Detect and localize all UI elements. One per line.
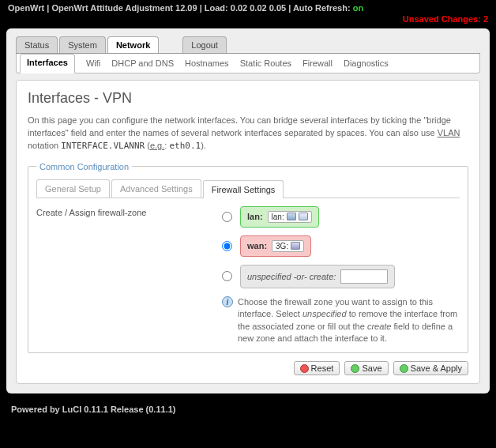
fieldset-legend: Common Configuration <box>36 162 132 171</box>
tab-logout[interactable]: Logout <box>182 36 227 53</box>
save-icon <box>351 364 359 373</box>
info-icon: i <box>222 296 233 307</box>
innertab-general[interactable]: General Setup <box>36 179 110 198</box>
iface-chip-3g: 3G: <box>272 240 304 252</box>
tab-status[interactable]: Status <box>16 36 58 53</box>
option-hint: i Choose the firewall zone you want to a… <box>222 296 460 345</box>
reset-button[interactable]: Reset <box>294 361 340 375</box>
tab-system[interactable]: System <box>59 36 106 53</box>
iface-chip-lan: lan: <box>268 211 312 223</box>
save-button[interactable]: Save <box>344 361 388 375</box>
apply-icon <box>400 364 408 373</box>
page-title: Interfaces - VPN <box>28 90 468 107</box>
main-tablist: Status System Network Logout <box>16 36 480 54</box>
zone-radio-unspec[interactable] <box>222 271 232 281</box>
subtab-hostnames[interactable]: Hostnames <box>185 58 229 68</box>
zone-name-wan: wan: <box>247 241 267 250</box>
zone-box-wan[interactable]: wan: 3G: <box>240 235 311 257</box>
zone-row-unspec: unspecified -or- create: <box>222 265 460 288</box>
modem-icon <box>291 242 300 250</box>
option-body: lan: lan: wan: 3G: unspecified -or- crea… <box>222 206 460 345</box>
inner-tablist: General Setup Advanced Settings Firewall… <box>36 179 460 198</box>
zone-row-lan: lan: lan: <box>222 206 460 228</box>
tab-network[interactable]: Network <box>107 36 159 53</box>
zone-box-lan[interactable]: lan: lan: <box>240 206 319 228</box>
page-description: On this page you can configure the netwo… <box>28 115 468 152</box>
zone-unspec-label: unspecified -or- create: <box>247 272 336 281</box>
common-config-fieldset: Common Configuration General Setup Advan… <box>28 162 468 354</box>
unsaved-changes[interactable]: Unsaved Changes: 2 <box>0 14 496 28</box>
option-label: Create / Assign firewall-zone <box>36 206 214 217</box>
top-status-bar: OpenWrt | OpenWrt Attitude Adjustment 12… <box>0 0 496 14</box>
subtab-static[interactable]: Static Routes <box>240 58 291 68</box>
sub-tablist: Interfaces Wifi DHCP and DNS Hostnames S… <box>16 54 480 73</box>
footer: Powered by LuCI 0.11.1 Release (0.11.1) <box>0 400 496 419</box>
host-info: OpenWrt | OpenWrt Attitude Adjustment 12… <box>8 3 353 13</box>
zone-row-wan: wan: 3G: <box>222 235 460 257</box>
main-panel: Status System Network Logout Interfaces … <box>6 28 490 393</box>
zone-radio-lan[interactable] <box>222 212 232 222</box>
zone-name-lan: lan: <box>247 212 263 221</box>
reset-icon <box>300 364 309 373</box>
content-area: Interfaces - VPN On this page you can co… <box>16 80 480 384</box>
subtab-interfaces[interactable]: Interfaces <box>20 54 75 73</box>
innertab-advanced[interactable]: Advanced Settings <box>111 179 201 198</box>
button-row: Reset Save Save & Apply <box>28 361 468 375</box>
innertab-firewall[interactable]: Firewall Settings <box>203 180 284 198</box>
zone-radio-wan[interactable] <box>222 241 232 251</box>
ethernet-icon <box>287 213 296 220</box>
zone-box-unspec[interactable]: unspecified -or- create: <box>240 265 395 288</box>
subtab-diag[interactable]: Diagnostics <box>344 58 389 68</box>
create-zone-input[interactable] <box>340 269 388 284</box>
subtab-wifi[interactable]: Wifi <box>86 58 100 68</box>
autorefresh-state: on <box>353 3 363 13</box>
save-apply-button[interactable]: Save & Apply <box>393 361 468 375</box>
wifi-icon <box>299 213 308 220</box>
subtab-dhcp[interactable]: DHCP and DNS <box>111 58 174 68</box>
subtab-firewall[interactable]: Firewall <box>302 58 333 68</box>
